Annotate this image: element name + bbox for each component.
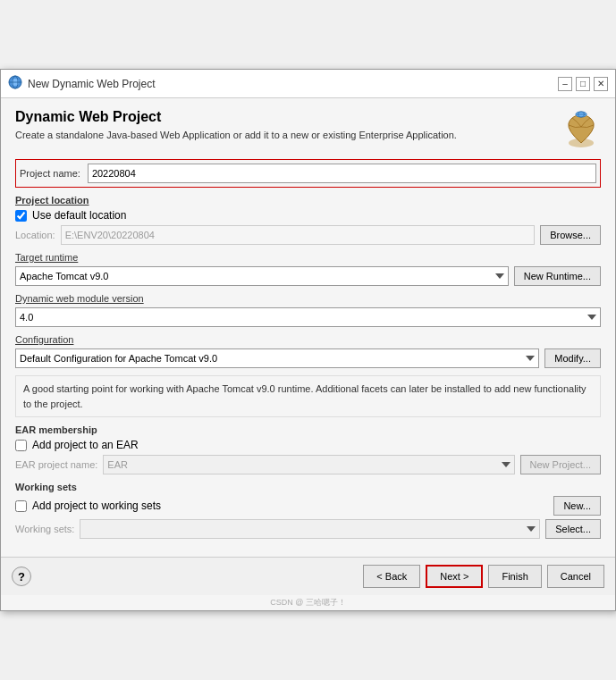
add-to-ear-row: Add project to an EAR <box>15 439 601 451</box>
working-sets-dropdown <box>80 519 540 539</box>
browse-button[interactable]: Browse... <box>540 225 601 245</box>
cancel-button[interactable]: Cancel <box>547 565 604 588</box>
web-module-version-label: Dynamic web module version <box>15 293 601 304</box>
target-runtime-section: Target runtime Apache Tomcat v9.0 New Ru… <box>15 252 601 286</box>
use-default-location-row: Use default location <box>15 209 601 222</box>
dialog-content: Dynamic Web Project Create a standalone … <box>1 98 615 557</box>
configuration-section: Configuration Default Configuration for … <box>15 334 601 417</box>
project-name-row: Project name: <box>15 159 601 188</box>
header-description: Create a standalone Java-based Web Appli… <box>15 129 551 142</box>
ear-membership-label: EAR membership <box>15 424 601 435</box>
target-runtime-dropdown[interactable]: Apache Tomcat v9.0 <box>15 266 509 286</box>
ear-project-row: EAR project name: EAR New Project... <box>15 455 601 474</box>
dialog-window: New Dynamic Web Project – □ ✕ Dynamic We… <box>0 69 616 611</box>
add-to-working-sets-row: Add project to working sets <box>15 500 161 512</box>
close-button[interactable]: ✕ <box>594 77 608 91</box>
ear-project-label: EAR project name: <box>15 459 97 470</box>
ear-membership-section: EAR membership Add project to an EAR EAR… <box>15 424 601 474</box>
title-bar: New Dynamic Web Project – □ ✕ <box>1 70 615 98</box>
watermark: CSDN @ 三哈嗯子！ <box>1 595 615 610</box>
working-sets-label: Working sets <box>15 482 601 492</box>
title-bar-title: New Dynamic Web Project <box>28 78 553 90</box>
target-runtime-row: Apache Tomcat v9.0 New Runtime... <box>15 266 601 286</box>
new-project-button[interactable]: New Project... <box>520 455 601 474</box>
ear-project-dropdown: EAR <box>103 455 514 474</box>
add-to-working-sets-checkbox[interactable] <box>15 500 27 512</box>
bottom-bar: ? < Back Next > Finish Cancel <box>1 557 615 595</box>
bottom-buttons: < Back Next > Finish Cancel <box>363 565 604 588</box>
finish-button[interactable]: Finish <box>488 565 541 588</box>
modify-button[interactable]: Modify... <box>544 348 601 368</box>
web-module-version-dropdown[interactable]: 4.0 3.1 3.0 2.5 <box>15 307 601 327</box>
working-sets-row: Working sets: Select... <box>15 519 601 539</box>
header-text: Dynamic Web Project Create a standalone … <box>15 109 551 142</box>
help-button[interactable]: ? <box>12 567 31 586</box>
configuration-dropdown[interactable]: Default Configuration for Apache Tomcat … <box>15 348 539 368</box>
project-name-input[interactable] <box>88 164 596 183</box>
title-bar-icon <box>8 75 22 92</box>
maximize-button[interactable]: □ <box>576 77 590 91</box>
web-module-version-section: Dynamic web module version 4.0 3.1 3.0 2… <box>15 293 601 327</box>
configuration-label: Configuration <box>15 334 601 345</box>
project-location-label: Project location <box>15 195 601 206</box>
minimize-button[interactable]: – <box>558 77 572 91</box>
dialog-title: Dynamic Web Project <box>15 109 551 125</box>
add-to-ear-checkbox[interactable] <box>15 440 27 451</box>
title-bar-controls: – □ ✕ <box>558 77 608 91</box>
working-sets-field-label: Working sets: <box>15 524 74 534</box>
configuration-row: Default Configuration for Apache Tomcat … <box>15 348 601 368</box>
use-default-checkbox[interactable] <box>15 210 27 222</box>
working-sets-section: Working sets Add project to working sets… <box>15 482 601 539</box>
back-button[interactable]: < Back <box>363 565 420 588</box>
select-working-set-button[interactable]: Select... <box>545 519 601 539</box>
header-section: Dynamic Web Project Create a standalone … <box>15 109 601 148</box>
new-runtime-button[interactable]: New Runtime... <box>514 266 601 286</box>
project-name-label: Project name: <box>20 168 80 179</box>
location-input <box>61 225 535 245</box>
project-location-section: Project location Use default location Lo… <box>15 195 601 245</box>
next-button[interactable]: Next > <box>426 565 483 588</box>
location-row: Location: Browse... <box>15 225 601 245</box>
new-working-set-button[interactable]: New... <box>553 496 601 516</box>
add-to-ear-label: Add project to an EAR <box>32 439 139 451</box>
globe-icon <box>561 109 601 148</box>
use-default-label: Use default location <box>32 209 126 222</box>
add-to-working-sets-label: Add project to working sets <box>32 500 161 512</box>
location-label: Location: <box>15 230 55 240</box>
target-runtime-label: Target runtime <box>15 252 601 263</box>
configuration-info: A good starting point for working with A… <box>15 375 601 417</box>
